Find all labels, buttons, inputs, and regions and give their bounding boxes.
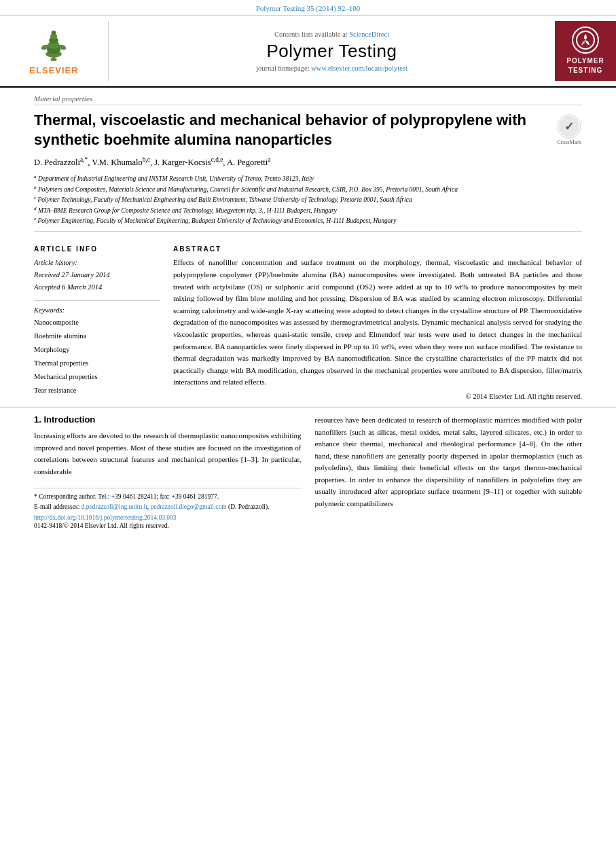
intro-left-text: Increasing efforts are devoted to the re…: [34, 430, 302, 478]
crossmark-area: ✓ CrossMark: [556, 113, 582, 145]
copyright-line: © 2014 Elsevier Ltd. All rights reserved…: [173, 393, 582, 400]
citation-text: Polymer Testing 35 (2014) 92–100: [256, 4, 361, 12]
affiliation-a: a Department of Industrial Engineering a…: [34, 173, 582, 183]
abstract-heading: ABSTRACT: [173, 245, 582, 253]
author2-sup: b,c: [143, 156, 150, 163]
history-label: Article history:: [34, 257, 160, 269]
affiliation-b: b Polymers and Composites, Materials Sci…: [34, 184, 582, 194]
abstract-text: Effects of nanofiller concentration and …: [173, 257, 582, 389]
corresponding-footnote: * Corresponding author. Tel.: +39 0461 2…: [34, 492, 302, 501]
contents-available-line: Contents lists available at ScienceDirec…: [274, 31, 389, 38]
keyword-6: Tear resistance: [34, 384, 160, 397]
keyword-4: Thermal properties: [34, 357, 160, 370]
email1-link[interactable]: d.pedrazzoli@ing.unitn.it: [81, 503, 147, 510]
journal-title-area: Contents lists available at ScienceDirec…: [109, 21, 555, 81]
intro-columns: 1. Introduction Increasing efforts are d…: [34, 414, 582, 529]
intro-right-col: resources have been dedicated to researc…: [315, 414, 583, 529]
intro-right-text: resources have been dedicated to researc…: [315, 414, 583, 510]
journal-title: Polymer Testing: [267, 41, 397, 62]
article-info-col: ARTICLE INFO Article history: Received 2…: [34, 245, 160, 400]
keyword-1: Nanocomposite: [34, 316, 160, 329]
affiliations: a Department of Industrial Engineering a…: [34, 173, 582, 232]
article-title-row: Thermal, viscoelastic and mechanical beh…: [34, 111, 582, 149]
journal-homepage: journal homepage: www.elsevier.com/locat…: [256, 65, 407, 72]
intro-left-col: 1. Introduction Increasing efforts are d…: [34, 414, 302, 529]
issn-line: 0142-9418/© 2014 Elsevier Ltd. All right…: [34, 522, 302, 529]
journal-header: ELSEVIER Contents lists available at Sci…: [0, 16, 616, 88]
publisher-logo-area: ELSEVIER: [0, 21, 109, 81]
author4-sup: a: [268, 156, 270, 163]
article-info-heading: ARTICLE INFO: [34, 245, 160, 253]
journal-citation: Polymer Testing 35 (2014) 92–100: [0, 0, 616, 16]
accepted-date: Accepted 6 March 2014: [34, 281, 160, 293]
author1-sup: a,*: [80, 156, 88, 163]
article-title: Thermal, viscoelastic and mechanical beh…: [34, 111, 543, 149]
email2-link[interactable]: pedrazzoli.diego@gmail.com: [151, 503, 227, 510]
elsevier-logo: ELSEVIER: [29, 26, 78, 75]
badge-icon: [572, 26, 599, 54]
article-info-abstract: ARTICLE INFO Article history: Received 2…: [0, 238, 616, 400]
keywords-section: Keywords: Nanocomposite Boehmite alumina…: [34, 306, 160, 397]
email-footnote: E-mail addresses: d.pedrazzoli@ing.unitn…: [34, 502, 302, 512]
doi-line: http://dx.doi.org/10.1016/j.polymertesti…: [34, 514, 302, 521]
keyword-5: Mechanical properties: [34, 370, 160, 384]
sciencedirect-link[interactable]: ScienceDirect: [349, 31, 389, 38]
keywords-heading: Keywords:: [34, 306, 160, 314]
affiliation-d: d MTA–BME Research Group for Composite S…: [34, 205, 582, 215]
article-section: Material properties Thermal, viscoelasti…: [0, 88, 616, 232]
svg-text:✓: ✓: [564, 120, 574, 133]
crossmark-label: CrossMark: [557, 139, 581, 145]
journal-badge: POLYMERTESTING: [555, 21, 616, 81]
affiliation-c: c Polymer Technology, Faculty of Mechani…: [34, 194, 582, 204]
section-label: Material properties: [34, 94, 582, 105]
abstract-col: ABSTRACT Effects of nanofiller concentra…: [173, 245, 582, 400]
received-date: Received 27 January 2014: [34, 269, 160, 281]
author3-sup: c,d,e: [211, 156, 223, 163]
crossmark-icon: ✓: [556, 113, 582, 139]
elsevier-tree-icon: [33, 26, 74, 64]
affiliation-e: e Polymer Engineering, Faculty of Mechan…: [34, 215, 582, 226]
footnote-area: * Corresponding author. Tel.: +39 0461 2…: [34, 488, 302, 512]
divider: [34, 300, 160, 301]
keywords-list: Nanocomposite Boehmite alumina Morpholog…: [34, 316, 160, 397]
introduction-section: 1. Introduction Increasing efforts are d…: [0, 407, 616, 529]
keyword-2: Boehmite alumina: [34, 329, 160, 343]
svg-point-7: [52, 31, 56, 35]
authors-line: D. Pedrazzolia,*, V.M. Khumalob,c, J. Ka…: [34, 156, 582, 168]
keyword-3: Morphology: [34, 343, 160, 357]
doi-link[interactable]: http://dx.doi.org/10.1016/j.polymertesti…: [34, 514, 177, 521]
intro-heading: 1. Introduction: [34, 414, 302, 425]
elsevier-name: ELSEVIER: [29, 65, 78, 75]
badge-text: POLYMERTESTING: [566, 56, 604, 75]
badge-logo-svg: [576, 31, 595, 50]
article-history: Article history: Received 27 January 201…: [34, 257, 160, 293]
